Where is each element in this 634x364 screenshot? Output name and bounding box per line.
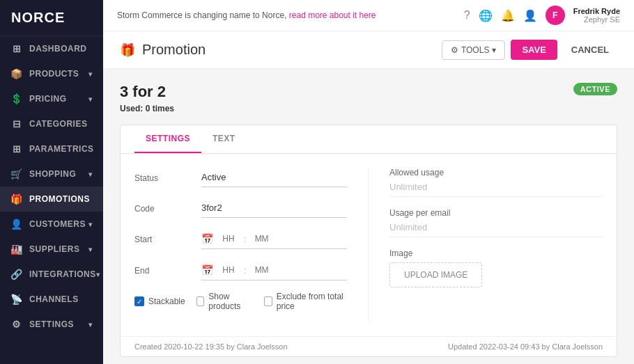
stackable-checkbox[interactable]: ✓ Stackable xyxy=(134,296,185,306)
chevron-settings-icon: ▾ xyxy=(88,321,93,329)
code-row: Code xyxy=(134,198,347,218)
status-label: Status xyxy=(134,168,190,183)
promo-name: 3 for 2 xyxy=(120,83,166,101)
customers-nav-icon: 👤 xyxy=(11,219,22,230)
page-icon: 🎁 xyxy=(120,42,135,58)
usage-email-field: Usage per email Unlimited xyxy=(389,208,603,237)
calendar-end-icon[interactable]: 📅 xyxy=(201,264,213,276)
sidebar-item-channels[interactable]: 📡 CHANNELS xyxy=(0,287,103,312)
sidebar-label-pricing: PRICING xyxy=(29,94,67,104)
sidebar-item-categories[interactable]: ⊟ CATEGORIES xyxy=(0,111,103,136)
user-icon[interactable]: 👤 xyxy=(523,9,537,22)
upload-image-button[interactable]: UPLOAD IMAGE xyxy=(389,262,482,287)
top-banner: Storm Commerce is changing name to Norce… xyxy=(103,0,634,31)
sidebar-item-integrations[interactable]: 🔗 INTEGRATIONS ▾ xyxy=(0,262,103,287)
sidebar-item-suppliers[interactable]: 🏭 SUPPLIERS ▾ xyxy=(0,237,103,262)
sidebar-label-dashboard: DASHBOARD xyxy=(29,44,87,54)
sidebar-item-promotions[interactable]: 🎁 PROMOTIONS xyxy=(0,187,103,212)
start-label: Start xyxy=(134,229,190,244)
code-label: Code xyxy=(134,198,190,214)
page-header: 🎁 Promotion ⚙ TOOLS ▾ SAVE CANCEL xyxy=(103,31,634,69)
chevron-down-icon: ▾ xyxy=(492,45,496,55)
sidebar-label-integrations: INTEGRATIONS xyxy=(29,269,96,279)
promo-title-row: 3 for 2 ACTIVE xyxy=(120,83,617,101)
cancel-button[interactable]: CANCEL xyxy=(563,40,617,60)
allowed-usage-label: Allowed usage xyxy=(389,168,603,177)
end-hh[interactable] xyxy=(219,265,238,275)
avatar: F xyxy=(546,6,565,25)
settings-card: SETTINGS TEXT Status Active xyxy=(120,125,617,357)
sidebar-item-settings[interactable]: ⚙ SETTINGS ▾ xyxy=(0,312,103,337)
end-row: End 📅 : xyxy=(134,260,347,280)
bell-icon[interactable]: 🔔 xyxy=(501,9,515,22)
sidebar-item-parametrics[interactable]: ⊞ PARAMETRICS xyxy=(0,136,103,161)
settings-nav-icon: ⚙ xyxy=(11,319,22,330)
allowed-usage-field: Allowed usage Unlimited xyxy=(389,168,603,197)
user-name: Fredrik Ryde xyxy=(573,7,620,15)
image-field: Image UPLOAD IMAGE xyxy=(389,248,603,287)
help-icon[interactable]: ? xyxy=(464,9,470,22)
created-meta: Created 2020-10-22 19:35 by Clara Joelss… xyxy=(134,342,288,351)
exclude-cb xyxy=(264,296,272,306)
sidebar-item-products[interactable]: 📦 PRODUCTS ▾ xyxy=(0,61,103,86)
chevron-suppliers-icon: ▾ xyxy=(88,246,93,253)
products-nav-icon: 📦 xyxy=(11,68,22,79)
sidebar-label-customers: CUSTOMERS xyxy=(29,219,86,229)
chevron-products-icon: ▾ xyxy=(88,70,93,78)
banner-link[interactable]: read more about it here xyxy=(289,10,376,20)
code-input[interactable] xyxy=(201,198,347,218)
sidebar-label-channels: CHANNELS xyxy=(29,294,79,304)
start-field: 📅 : xyxy=(201,229,347,249)
show-products-cb xyxy=(196,296,205,306)
used-count: 0 times xyxy=(146,104,174,113)
tab-settings[interactable]: SETTINGS xyxy=(134,125,201,153)
sidebar-label-promotions: PROMOTIONS xyxy=(29,194,90,204)
form-right: Allowed usage Unlimited Usage per email … xyxy=(369,168,603,322)
sidebar-label-categories: CATEGORIES xyxy=(29,119,87,129)
meta-row: Created 2020-10-22 19:35 by Clara Joelss… xyxy=(121,336,617,356)
suppliers-nav-icon: 🏭 xyxy=(11,244,22,255)
parametrics-nav-icon: ⊞ xyxy=(11,143,22,155)
chevron-integrations-icon: ▾ xyxy=(96,271,100,278)
page-title: Promotion xyxy=(142,42,206,58)
gear-icon: ⚙ xyxy=(451,45,458,55)
sidebar-item-dashboard[interactable]: ⊞ DASHBOARD xyxy=(0,36,103,61)
tools-button[interactable]: ⚙ TOOLS ▾ xyxy=(442,40,505,60)
tab-text[interactable]: TEXT xyxy=(201,125,247,153)
start-hh[interactable] xyxy=(219,234,238,244)
usage-email-value: Unlimited xyxy=(389,222,603,237)
status-select[interactable]: Active xyxy=(201,168,347,187)
end-mm[interactable] xyxy=(252,265,272,275)
content-area: 3 for 2 ACTIVE Used: 0 times SETTINGS TE… xyxy=(103,69,634,364)
calendar-icon[interactable]: 📅 xyxy=(201,233,213,244)
allowed-usage-value: Unlimited xyxy=(389,182,603,197)
form-left: Status Active Code xyxy=(134,168,369,322)
stackable-cb: ✓ xyxy=(134,296,144,306)
active-badge: ACTIVE xyxy=(573,83,617,95)
user-info: Fredrik Ryde Zephyr SE xyxy=(573,7,620,24)
sidebar-item-customers[interactable]: 👤 CUSTOMERS ▾ xyxy=(0,212,103,237)
sidebar-label-shopping: SHOPPING xyxy=(29,169,76,179)
main-content: Storm Commerce is changing name to Norce… xyxy=(103,0,634,364)
sidebar-item-shopping[interactable]: 🛒 SHOPPING ▾ xyxy=(0,161,103,187)
status-row: Status Active xyxy=(134,168,347,187)
end-field: 📅 : xyxy=(201,260,347,280)
logo: NORCE xyxy=(0,0,103,36)
banner-text: Storm Commerce is changing name to Norce… xyxy=(117,10,376,20)
exclude-checkbox[interactable]: Exclude from total price xyxy=(264,292,347,311)
categories-nav-icon: ⊟ xyxy=(11,118,22,129)
save-button[interactable]: SAVE xyxy=(511,40,557,60)
sidebar: NORCE ⊞ DASHBOARD 📦 PRODUCTS ▾ 💲 PRICING… xyxy=(0,0,103,364)
start-mm[interactable] xyxy=(252,234,272,244)
banner-actions: ? 🌐 🔔 👤 F Fredrik Ryde Zephyr SE xyxy=(464,6,620,25)
usage-email-label: Usage per email xyxy=(389,208,603,218)
sidebar-label-parametrics: PARAMETRICS xyxy=(29,144,94,154)
code-field xyxy=(201,198,347,218)
header-actions: ⚙ TOOLS ▾ SAVE CANCEL xyxy=(442,40,617,60)
sidebar-item-pricing[interactable]: 💲 PRICING ▾ xyxy=(0,86,103,111)
start-row: Start 📅 : xyxy=(134,229,347,249)
show-products-checkbox[interactable]: Show products xyxy=(196,292,253,311)
promotions-nav-icon: 🎁 xyxy=(11,193,22,205)
globe-icon[interactable]: 🌐 xyxy=(479,9,493,22)
end-label: End xyxy=(134,260,190,276)
